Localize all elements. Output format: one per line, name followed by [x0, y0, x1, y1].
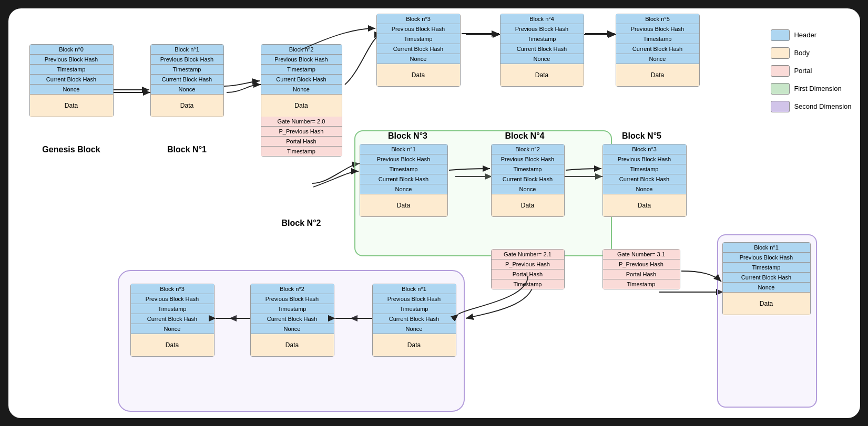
legend-item-second-dim: Second Dimension — [771, 101, 851, 112]
legend-item-portal: Portal — [771, 65, 851, 77]
sd-block-n2-timestamp: Timestamp — [251, 304, 334, 314]
block-n2-title: Block N°2 — [261, 219, 342, 228]
block-n3-fd-title: Block N°3 — [366, 131, 450, 141]
block-n5-top-timestamp: Timestamp — [616, 34, 699, 44]
sd-block-n1-inner-nonce: Nonce — [373, 324, 456, 334]
block-n4-fd-nonce: Nonce — [492, 184, 564, 194]
sd-block-n2-nonce: Nonce — [251, 324, 334, 334]
block-n1-curr-hash: Current Block Hash — [151, 75, 223, 85]
sd-block-n3-curr-hash: Current Block Hash — [131, 314, 214, 324]
sd-block-n2-header: Block n°2 — [251, 284, 334, 294]
block-n5-fd-title: Block N°5 — [600, 131, 684, 141]
block-n2-ts-pink: Timestamp — [261, 147, 342, 156]
legend-box-portal — [771, 65, 790, 77]
sd-block-n3-nonce: Nonce — [131, 324, 214, 334]
legend-label-first-dim: First Dimension — [794, 85, 841, 92]
block-n3-fd-data: Data — [360, 194, 447, 216]
genesis-nonce: Nonce — [30, 85, 113, 95]
block-n1-data: Data — [151, 95, 223, 117]
sd-block-n1-inner-curr-hash: Current Block Hash — [373, 314, 456, 324]
legend-label-body: Body — [794, 49, 810, 57]
sd-block-n1-outer-header: Block n°1 — [723, 243, 810, 253]
block-n1-prev-hash: Previous Block Hash — [151, 55, 223, 65]
block-n3-top-nonce: Nonce — [377, 54, 460, 64]
genesis-timestamp: Timestamp — [30, 65, 113, 75]
block-n5-top-prev-hash: Previous Block Hash — [616, 24, 699, 34]
block-n4-top: Block n°4 Previous Block Hash Timestamp … — [500, 14, 584, 87]
block-n4-top-curr-hash: Current Block Hash — [501, 44, 584, 54]
block-n2-main: Block n°2 Previous Block Hash Timestamp … — [261, 44, 342, 157]
sd-block-n2: Block n°2 Previous Block Hash Timestamp … — [250, 284, 334, 357]
legend-box-first-dim — [771, 83, 790, 95]
block-n4-pprev: P_Previous Hash — [492, 259, 564, 269]
block-n2-timestamp: Timestamp — [261, 65, 342, 75]
sd-block-n3-prev-hash: Previous Block Hash — [131, 294, 214, 304]
block-n5-fd-header: Block n°3 — [603, 144, 686, 154]
block-n4-ts-pink: Timestamp — [492, 279, 564, 289]
block-n2-pprev: P_Previous Hash — [261, 127, 342, 137]
sd-block-n1-outer-curr-hash: Current Block Hash — [723, 273, 810, 283]
genesis-block: Block n°0 Previous Block Hash Timestamp … — [29, 44, 114, 117]
block-n1-nonce: Nonce — [151, 85, 223, 95]
main-container: Block n°3 Previous Block Hash Timestamp … — [8, 8, 860, 418]
block-n4-fd-header: Block n°2 — [492, 144, 564, 154]
block-n5-ts-pink: Timestamp — [603, 279, 680, 289]
block-n5-pprev: P_Previous Hash — [603, 259, 680, 269]
sd-block-n1-inner: Block n°1 Previous Block Hash Timestamp … — [372, 284, 456, 357]
legend-box-body — [771, 47, 790, 59]
block-n1-title: Block N°1 — [150, 145, 224, 154]
legend-item-first-dim: First Dimension — [771, 83, 851, 95]
sd-block-n2-prev-hash: Previous Block Hash — [251, 294, 334, 304]
genesis-title: Genesis Block — [29, 145, 114, 154]
block-n4-fd-curr-hash: Current Block Hash — [492, 174, 564, 184]
block-n4-top-nonce: Nonce — [501, 54, 584, 64]
sd-block-n1-outer-timestamp: Timestamp — [723, 263, 810, 273]
block-n2-header: Block n°2 — [261, 45, 342, 55]
block-n5-portal: Gate Number= 3.1 P_Previous Hash Portal … — [603, 249, 680, 289]
sd-block-n1-inner-timestamp: Timestamp — [373, 304, 456, 314]
block-n3-fd-timestamp: Timestamp — [360, 164, 447, 174]
block-n5-fd-nonce: Nonce — [603, 184, 686, 194]
block-n3-top: Block n°3 Previous Block Hash Timestamp … — [376, 14, 461, 87]
sd-block-n3-header: Block n°3 — [131, 284, 214, 294]
sd-block-n1-inner-data: Data — [373, 334, 456, 356]
block-n1-header: Block n°1 — [151, 45, 223, 55]
block-n5-fd-data: Data — [603, 194, 686, 216]
block-n3-fd: Block n°1 Previous Block Hash Timestamp … — [360, 144, 448, 217]
genesis-curr-hash: Current Block Hash — [30, 75, 113, 85]
legend-item-body: Body — [771, 47, 851, 59]
block-n2-prev-hash: Previous Block Hash — [261, 55, 342, 65]
block-n4-fd-timestamp: Timestamp — [492, 164, 564, 174]
block-n4-portal: Gate Number= 2.1 P_Previous Hash Portal … — [491, 249, 565, 289]
sd-block-n3: Block n°3 Previous Block Hash Timestamp … — [130, 284, 215, 357]
block-n4-fd-title: Block N°4 — [487, 131, 563, 141]
sd-block-n1-inner-header: Block n°1 — [373, 284, 456, 294]
sd-block-n1-outer-nonce: Nonce — [723, 283, 810, 293]
block-n2-data: Data — [261, 95, 342, 117]
legend-box-second-dim — [771, 101, 790, 112]
sd-block-n1-outer-data: Data — [723, 293, 810, 315]
block-n3-fd-prev-hash: Previous Block Hash — [360, 154, 447, 164]
block-n3-fd-nonce: Nonce — [360, 184, 447, 194]
block-n5-top-nonce: Nonce — [616, 54, 699, 64]
sd-block-n3-data: Data — [131, 334, 214, 356]
block-n3-top-curr-hash: Current Block Hash — [377, 44, 460, 54]
block-n4-top-data: Data — [501, 64, 584, 86]
block-n5-fd: Block n°3 Previous Block Hash Timestamp … — [603, 144, 687, 217]
block-n5-gate: Gate Number= 3.1 — [603, 250, 680, 259]
sd-block-n1-outer: Block n°1 Previous Block Hash Timestamp … — [722, 242, 811, 315]
legend-item-header: Header — [771, 29, 851, 41]
block-n2-curr-hash: Current Block Hash — [261, 75, 342, 85]
block-n4-top-prev-hash: Previous Block Hash — [501, 24, 584, 34]
block-n5-top: Block n°5 Previous Block Hash Timestamp … — [616, 14, 700, 87]
block-n3-top-data: Data — [377, 64, 460, 86]
block-n4-top-timestamp: Timestamp — [501, 34, 584, 44]
block-n5-fd-prev-hash: Previous Block Hash — [603, 154, 686, 164]
block-n5-portal-hash: Portal Hash — [603, 269, 680, 279]
block-n5-top-header: Block n°5 — [616, 14, 699, 24]
genesis-prev-hash: Previous Block Hash — [30, 55, 113, 65]
genesis-header: Block n°0 — [30, 45, 113, 55]
sd-block-n3-timestamp: Timestamp — [131, 304, 214, 314]
sd-block-n1-outer-prev-hash: Previous Block Hash — [723, 253, 810, 263]
block-n5-fd-timestamp: Timestamp — [603, 164, 686, 174]
